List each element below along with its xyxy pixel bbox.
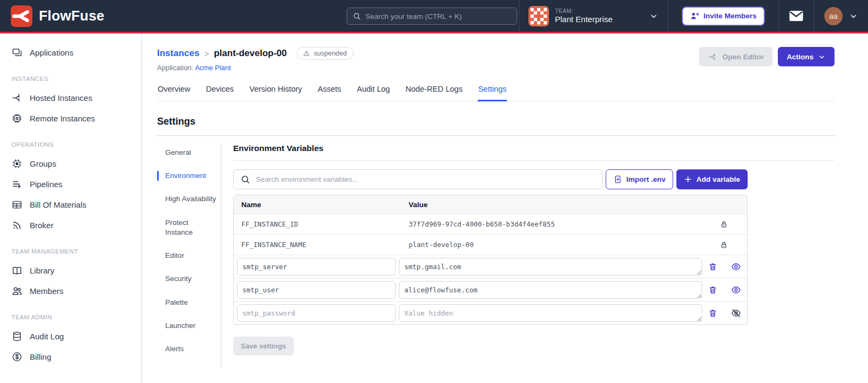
members-icon — [11, 285, 23, 297]
brand[interactable]: FlowFuse — [0, 5, 105, 27]
sidebar-section-team-admin: TEAM ADMIN — [0, 310, 141, 326]
settings-nav-palette[interactable]: Palette — [157, 298, 221, 307]
column-header-value: Value — [401, 201, 701, 209]
sidebar-section-instances: INSTANCES — [0, 71, 141, 87]
applications-icon — [11, 47, 23, 58]
team-search[interactable] — [347, 8, 517, 25]
sidebar-item-broker[interactable]: Broker — [0, 215, 141, 235]
env-name-input[interactable] — [237, 304, 396, 322]
delete-variable-icon[interactable] — [708, 285, 717, 295]
mail-icon — [789, 10, 803, 22]
billing-icon — [11, 351, 23, 363]
search-icon — [240, 174, 250, 184]
sidebar-item-label: Pipelines — [30, 180, 63, 189]
hosted-instances-icon — [11, 92, 23, 104]
sidebar-item-hosted-instances[interactable]: Hosted Instances — [0, 87, 141, 108]
show-value-icon[interactable] — [731, 285, 741, 295]
sidebar-item-members[interactable]: Members — [0, 281, 141, 301]
settings-nav-protect-instance[interactable]: Protect Instance — [157, 218, 221, 237]
sidebar-item-pipelines[interactable]: Pipelines — [0, 174, 141, 194]
open-editor-label: Open Editor — [722, 53, 764, 61]
table-row: smtp.gmail.com — [234, 255, 747, 278]
sidebar-item-audit-log[interactable]: Audit Log — [0, 326, 141, 346]
import-file-icon — [613, 175, 622, 184]
navbar-right: TEAM: Plant Enterprise Invite Members — [519, 0, 868, 32]
user-avatar: aa — [824, 7, 843, 25]
sidebar-item-applications[interactable]: Applications — [0, 42, 141, 63]
delete-variable-icon[interactable] — [708, 262, 717, 271]
actions-label: Actions — [786, 53, 813, 61]
brand-name: FlowFuse — [39, 8, 105, 24]
sidebar-item-remote-instances[interactable]: Remote Instances — [0, 108, 141, 128]
env-var-value: plant-develop-00 — [401, 241, 701, 249]
env-name-input[interactable] — [237, 281, 396, 299]
import-env-button[interactable]: Import .env — [606, 169, 673, 189]
settings-nav-launcher[interactable]: Launcher — [157, 321, 221, 331]
env-search[interactable] — [233, 169, 602, 189]
breadcrumb-instances-link[interactable]: Instances — [157, 48, 199, 59]
table-row: FF_INSTANCE_NAME plant-develop-00 — [234, 234, 747, 255]
sidebar-item-bill-of-materials[interactable]: Bill Of Materials — [0, 194, 141, 215]
sidebar-item-label: Groups — [30, 159, 56, 168]
env-search-input[interactable] — [256, 175, 595, 183]
tab-assets[interactable]: Assets — [317, 85, 342, 101]
notifications-button[interactable] — [778, 0, 813, 32]
settings-nav-alerts[interactable]: Alerts — [157, 344, 221, 354]
team-avatar — [528, 6, 549, 26]
actions-button[interactable]: Actions — [778, 47, 835, 66]
sidebar-item-library[interactable]: Library — [0, 260, 141, 281]
bill-of-materials-icon — [11, 199, 23, 210]
sidebar-item-label: Bill Of Materials — [30, 200, 86, 209]
sidebar-item-billing[interactable]: Billing — [0, 346, 141, 367]
settings-nav-security[interactable]: Security — [157, 274, 221, 284]
tab-version-history[interactable]: Version History — [249, 85, 303, 101]
delete-variable-icon[interactable] — [708, 309, 717, 318]
settings-heading: Settings — [157, 116, 835, 136]
open-editor-button[interactable]: Open Editor — [699, 47, 772, 66]
hide-value-icon[interactable] — [731, 308, 741, 318]
settings-nav-environment[interactable]: Environment — [157, 171, 221, 181]
lock-icon — [720, 220, 728, 229]
application-link[interactable]: Acme Plant — [195, 64, 230, 72]
user-menu[interactable]: aa — [813, 0, 868, 32]
tab-audit-log[interactable]: Audit Log — [356, 85, 390, 101]
invite-members-button[interactable]: Invite Members — [682, 6, 764, 26]
add-variable-button[interactable]: Add variable — [676, 169, 748, 189]
sidebar-item-label: Audit Log — [30, 332, 64, 341]
env-value-input[interactable]: smtp.gmail.com — [399, 258, 702, 276]
audit-log-icon — [11, 331, 23, 342]
table-row — [234, 301, 747, 324]
column-header-name: Name — [234, 201, 401, 209]
warning-icon — [303, 50, 310, 57]
team-name: Plant Enterprise — [555, 15, 643, 25]
application-line: Application: Acme Plant — [157, 64, 354, 72]
flowfuse-logo-icon — [11, 5, 32, 27]
settings-nav: General Environment High Availability Pr… — [157, 143, 221, 367]
breadcrumb: Instances > plant-develop-00 suspended — [157, 47, 354, 60]
sidebar-item-label: Library — [30, 266, 55, 275]
sidebar-item-groups[interactable]: Groups — [0, 153, 141, 174]
tab-overview[interactable]: Overview — [157, 85, 191, 101]
sidebar-item-label: Billing — [30, 352, 51, 361]
tab-settings[interactable]: Settings — [478, 85, 507, 101]
tab-devices[interactable]: Devices — [205, 85, 234, 101]
team-selector[interactable]: TEAM: Plant Enterprise — [519, 0, 668, 32]
env-name-input[interactable] — [237, 258, 396, 276]
sidebar-item-label: Applications — [30, 48, 73, 57]
chevron-down-icon — [649, 12, 658, 20]
instance-tabs: Overview Devices Version History Assets … — [157, 85, 835, 101]
env-value-input[interactable]: alice@flowfuse.com — [399, 281, 702, 299]
settings-nav-editor[interactable]: Editor — [157, 251, 221, 261]
invite-members-segment: Invite Members — [668, 0, 778, 32]
settings-nav-high-availability[interactable]: High Availability — [157, 194, 221, 204]
show-value-icon[interactable] — [731, 262, 741, 272]
env-var-name: FF_INSTANCE_ID — [234, 220, 401, 228]
library-icon — [11, 265, 23, 276]
sidebar-section-operations: OPERATIONS — [0, 137, 141, 153]
settings-nav-general[interactable]: General — [157, 148, 221, 158]
team-search-input[interactable] — [365, 12, 511, 20]
env-value-input[interactable] — [399, 304, 702, 322]
tab-node-red-logs[interactable]: Node-RED Logs — [405, 85, 463, 101]
save-settings-button[interactable]: Save settings — [233, 337, 294, 355]
plus-icon — [684, 175, 692, 183]
